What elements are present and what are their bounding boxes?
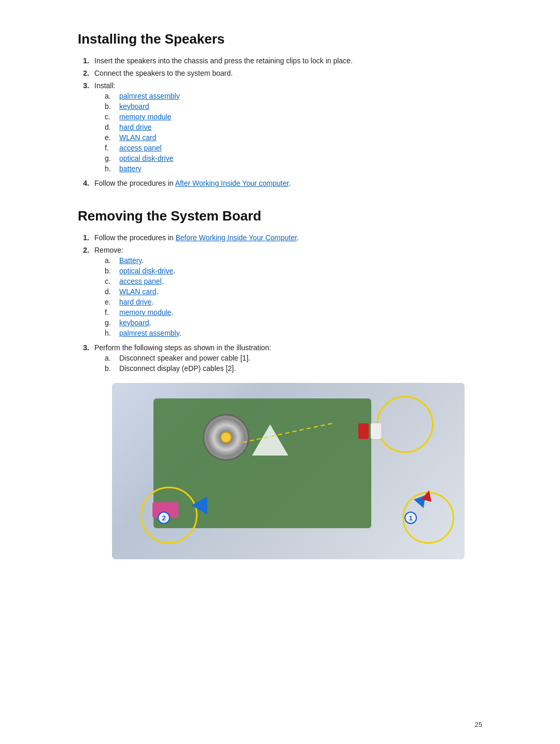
s2-step-1-content: Follow the procedures in Before Working … [94,233,482,242]
s2-step-3-content: Perform the following steps as shown in … [94,343,482,559]
link-battery-2[interactable]: Battery [119,256,142,265]
link-optical-disk-drive[interactable]: optical disk-drive [119,154,173,162]
s2-step-2-sublist: Battery. optical disk-drive. access pane… [94,256,482,337]
step-3: Install: palmrest assembly keyboard memo… [78,81,482,175]
step-2: Connect the speakers to the system board… [78,69,482,77]
s2-subitem-f: memory module. [105,308,482,316]
page-number: 25 [475,721,482,728]
subitem-f: access panel [105,144,482,152]
subitem-f-content: access panel [119,144,162,152]
system-board-illustration: 1 2 [112,383,465,559]
s2-subitem-a-content: Battery. [119,256,144,265]
link-battery[interactable]: battery [119,164,142,173]
link-access-panel[interactable]: access panel [119,144,162,152]
s2-subitem-h: palmrest assembly. [105,329,482,337]
subitem-d-content: hard drive [119,123,151,131]
link-optical-disk-drive-2[interactable]: optical disk-drive [119,267,173,275]
s2-subitem-c: access panel. [105,277,482,285]
s2-step-2-text: Remove: [94,246,123,254]
link-access-panel-2[interactable]: access panel [119,277,162,285]
page-content: Installing the Speakers Insert the speak… [78,31,482,713]
s2-subitem-g: keyboard. [105,319,482,327]
cooling-fan [203,414,249,461]
s2-subitem-c-content: access panel. [119,277,164,285]
section1-title: Installing the Speakers [78,31,482,47]
section2-title: Removing the System Board [78,208,482,224]
s2-subitem-d: WLAN card. [105,287,482,296]
s2-step-3: Perform the following steps as shown in … [78,343,482,559]
subitem-e: WLAN card [105,133,482,142]
step-4-text: Follow the procedures in After Working I… [94,179,291,187]
step-4-content: Follow the procedures in After Working I… [94,179,482,187]
fan-center [220,432,232,443]
link-palmrest-assembly-2[interactable]: palmrest assembly [119,329,179,337]
s2-subitem-a: Battery. [105,256,482,265]
s2-step-3-sublist: Disconnect speaker and power cable [1]. … [94,354,482,373]
s2-step-1: Follow the procedures in Before Working … [78,233,482,242]
s2-step-2: Remove: Battery. optical disk-drive. acc… [78,246,482,339]
subitem-c-content: memory module [119,113,171,121]
badge-1: 1 [404,512,417,524]
section2-steps: Follow the procedures in Before Working … [78,233,482,559]
connector-group-top [349,421,390,442]
step-1: Insert the speakers into the chassis and… [78,57,482,65]
link-palmrest-assembly[interactable]: palmrest assembly [119,92,180,100]
s2-step-2-content: Remove: Battery. optical disk-drive. acc… [94,246,482,339]
s2-subitem-d-content: WLAN card. [119,287,158,296]
subitem-h: battery [105,164,482,173]
link-wlan-card-2[interactable]: WLAN card [119,287,157,296]
s2-subitem-f-content: memory module. [119,308,173,316]
s2-subitem-b: optical disk-drive. [105,267,482,275]
s2-subitem-e-content: hard drive. [119,298,153,306]
subitem-c: memory module [105,113,482,121]
subitem-b: keyboard [105,102,482,111]
step-3-content: Install: palmrest assembly keyboard memo… [94,81,482,175]
s2-subitem-e: hard drive. [105,298,482,306]
subitem-g: optical disk-drive [105,154,482,162]
link-memory-module[interactable]: memory module [119,113,171,121]
link-after-working[interactable]: After Working Inside Your computer [175,179,289,187]
step-2-content: Connect the speakers to the system board… [94,69,482,77]
section1-steps: Insert the speakers into the chassis and… [78,57,482,187]
step-4: Follow the procedures in After Working I… [78,179,482,187]
illustration-container: 1 2 [94,383,482,559]
subitem-a-content: palmrest assembly [119,92,180,100]
step-1-content: Insert the speakers into the chassis and… [94,57,482,65]
subitem-d: hard drive [105,123,482,131]
subitem-h-content: battery [119,164,142,173]
arrow-indicator [252,424,288,456]
callout-circle-top-right [376,396,433,453]
subitem-e-content: WLAN card [119,133,157,142]
link-hard-drive-2[interactable]: hard drive [119,298,151,306]
section-removing-system-board: Removing the System Board Follow the pro… [78,208,482,559]
subitem-g-content: optical disk-drive [119,154,173,162]
s2-subitem-3b: Disconnect display (eDP) cables [2]. [105,364,482,373]
link-keyboard-2[interactable]: keyboard [119,319,149,327]
subitem-a: palmrest assembly [105,92,482,100]
section-installing-speakers: Installing the Speakers Insert the speak… [78,31,482,187]
link-before-working[interactable]: Before Working Inside Your Computer [175,233,297,242]
step-2-text: Connect the speakers to the system board… [94,69,233,77]
link-keyboard[interactable]: keyboard [119,102,149,111]
s2-subitem-3a-content: Disconnect speaker and power cable [1]. [119,354,250,362]
connector-white [371,423,381,439]
s2-subitem-3b-content: Disconnect display (eDP) cables [2]. [119,364,236,373]
s2-step-1-text: Follow the procedures in Before Working … [94,233,299,242]
link-hard-drive[interactable]: hard drive [119,123,151,131]
s2-subitem-h-content: palmrest assembly. [119,329,181,337]
s2-subitem-b-content: optical disk-drive. [119,267,175,275]
step-1-text: Insert the speakers into the chassis and… [94,57,353,65]
step-3-text: Install: [94,81,115,90]
link-memory-module-2[interactable]: memory module [119,308,171,316]
subitem-b-content: keyboard [119,102,149,111]
s2-subitem-3a: Disconnect speaker and power cable [1]. [105,354,482,362]
s2-subitem-g-content: keyboard. [119,319,151,327]
link-wlan-card[interactable]: WLAN card [119,133,157,142]
connector-red [358,423,369,439]
s2-step-3-text: Perform the following steps as shown in … [94,343,271,352]
badge-2: 2 [158,512,170,524]
step-3-sublist: palmrest assembly keyboard memory module… [94,92,482,173]
